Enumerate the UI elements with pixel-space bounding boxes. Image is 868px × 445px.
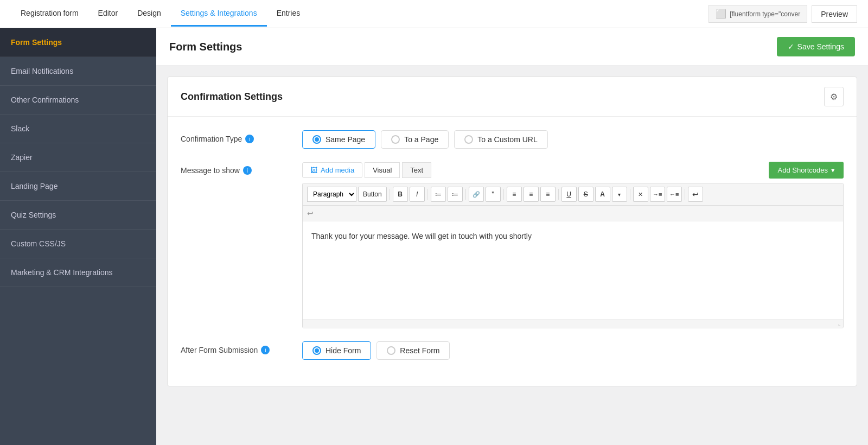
sidebar-item-email-notifications[interactable]: Email Notifications	[0, 57, 156, 86]
toolbar-sep-6	[630, 189, 630, 200]
sidebar-item-label: Form Settings	[11, 38, 62, 47]
radio-reset-form[interactable]: Reset Form	[376, 341, 450, 360]
underline-button[interactable]: U	[561, 187, 577, 202]
message-to-show-label: Message to show i	[181, 162, 289, 175]
list-unordered-button[interactable]: ≔	[431, 187, 446, 202]
shortcode-text: [fluentform type="conver	[730, 10, 800, 18]
align-right-button[interactable]: ≡	[540, 187, 556, 202]
card-title: Confirmation Settings	[181, 91, 283, 103]
gear-icon: ⚙	[830, 92, 838, 102]
link-button[interactable]: 🔗	[469, 187, 484, 202]
nav-editor[interactable]: Editor	[88, 1, 128, 27]
app-layout: Form Settings Email Notifications Other …	[0, 28, 868, 445]
sidebar: Form Settings Email Notifications Other …	[0, 28, 156, 445]
nav-settings-integrations[interactable]: Settings & Integrations	[171, 1, 267, 27]
sidebar-item-label: Other Confirmations	[11, 96, 79, 104]
sidebar-item-label: Slack	[11, 124, 29, 133]
radio-dot-to-custom-url	[464, 135, 473, 144]
toolbar-sep-3	[465, 189, 466, 200]
confirmation-type-info-icon[interactable]: i	[245, 135, 254, 143]
toolbar-sep-7	[685, 189, 685, 200]
toolbar-sep-4	[503, 189, 504, 200]
text-color-picker-button[interactable]: ▾	[612, 187, 627, 202]
radio-hide-form[interactable]: Hide Form	[302, 341, 371, 360]
top-nav-right: ⬜ [fluentform type="conver Preview	[709, 5, 857, 23]
strikethrough-button[interactable]: S	[578, 187, 593, 202]
text-color-button[interactable]: A	[595, 187, 610, 202]
add-media-button[interactable]: 🖼 Add media	[302, 162, 362, 178]
editor-toolbar: Paragraph Button B I ≔ ≔ 🔗	[303, 183, 843, 206]
sidebar-item-quiz-settings[interactable]: Quiz Settings	[0, 201, 156, 230]
radio-label-to-custom-url: To a Custom URL	[477, 135, 537, 144]
visual-tab[interactable]: Visual	[365, 162, 400, 178]
nav-entries[interactable]: Entries	[267, 1, 310, 27]
list-ordered-button[interactable]: ≔	[448, 187, 463, 202]
sidebar-item-label: Landing Page	[11, 182, 58, 190]
add-shortcodes-label: Add Shortcodes	[777, 166, 828, 174]
message-to-show-info-icon[interactable]: i	[243, 166, 252, 175]
add-media-label: Add media	[321, 166, 354, 174]
sidebar-item-marketing-crm[interactable]: Marketing & CRM Integrations	[0, 258, 156, 287]
chevron-down-icon: ▾	[831, 166, 835, 174]
radio-dot-same-page	[312, 135, 321, 144]
undo-area: ↩	[303, 206, 843, 221]
save-check-icon: ✓	[788, 42, 794, 51]
sidebar-item-label: Marketing & CRM Integrations	[11, 268, 113, 277]
sidebar-item-landing-page[interactable]: Landing Page	[0, 172, 156, 201]
save-settings-button[interactable]: ✓ Save Settings	[777, 37, 855, 56]
confirmation-type-label: Confirmation Type i	[181, 130, 289, 143]
sidebar-item-form-settings[interactable]: Form Settings	[0, 28, 156, 57]
nav-links: Registration form Editor Design Settings…	[11, 1, 709, 27]
radio-to-custom-url[interactable]: To a Custom URL	[454, 130, 547, 149]
shortcode-box: ⬜ [fluentform type="conver	[709, 5, 807, 23]
preview-button[interactable]: Preview	[812, 5, 857, 23]
indent-button[interactable]: →≡	[650, 187, 665, 202]
sidebar-item-slack[interactable]: Slack	[0, 115, 156, 143]
toolbar-sep-2	[427, 189, 428, 200]
radio-label-same-page: Same Page	[326, 135, 365, 144]
italic-button[interactable]: I	[410, 187, 425, 202]
editor-content[interactable]: Thank you for your message. We will get …	[303, 221, 843, 319]
text-tab[interactable]: Text	[402, 162, 431, 178]
add-shortcodes-button[interactable]: Add Shortcodes ▾	[769, 162, 844, 179]
sidebar-item-label: Zapier	[11, 153, 33, 162]
editor-top-bar: 🖼 Add media Visual Text Add Shortcodes ▾	[302, 162, 844, 179]
bold-button[interactable]: B	[393, 187, 408, 202]
radio-to-a-page[interactable]: To a Page	[381, 130, 449, 149]
after-form-submission-options: Hide Form Reset Form	[302, 341, 844, 360]
editor-container: 🖼 Add media Visual Text Add Shortcodes ▾	[302, 162, 844, 328]
radio-dot-reset-form	[387, 346, 395, 355]
after-form-submission-info-icon[interactable]: i	[261, 346, 270, 354]
clear-format-button[interactable]: ✕	[633, 187, 648, 202]
shortcode-icon: ⬜	[716, 9, 726, 19]
undo-secondary-button[interactable]: ↩	[307, 209, 314, 218]
align-center-button[interactable]: ≡	[524, 187, 539, 202]
gear-button[interactable]: ⚙	[824, 87, 844, 106]
button-insert-button[interactable]: Button	[358, 187, 387, 202]
nav-registration-form[interactable]: Registration form	[11, 1, 88, 27]
outdent-button[interactable]: ←≡	[667, 187, 682, 202]
radio-label-hide-form: Hide Form	[326, 346, 361, 355]
sidebar-item-other-confirmations[interactable]: Other Confirmations	[0, 86, 156, 115]
resize-handle: ⌞	[303, 319, 843, 328]
radio-label-to-a-page: To a Page	[404, 135, 438, 144]
align-left-button[interactable]: ≡	[507, 187, 522, 202]
blockquote-button[interactable]: "	[486, 187, 501, 202]
after-form-submission-label: After Form Submission i	[181, 341, 289, 354]
nav-design[interactable]: Design	[127, 1, 171, 27]
radio-same-page[interactable]: Same Page	[302, 130, 375, 149]
add-media-icon: 🖼	[310, 166, 317, 174]
toolbar-sep-5	[558, 189, 559, 200]
page-title: Form Settings	[169, 41, 242, 53]
sidebar-item-custom-css-js[interactable]: Custom CSS/JS	[0, 230, 156, 258]
sidebar-item-zapier[interactable]: Zapier	[0, 143, 156, 172]
sidebar-item-label: Email Notifications	[11, 67, 73, 75]
top-nav: Registration form Editor Design Settings…	[0, 0, 868, 28]
paragraph-dropdown[interactable]: Paragraph	[307, 187, 356, 202]
confirmation-type-row: Confirmation Type i Same Page To a Page	[181, 130, 844, 149]
radio-label-reset-form: Reset Form	[400, 346, 439, 355]
rich-text-editor: Paragraph Button B I ≔ ≔ 🔗	[302, 183, 844, 328]
undo-button[interactable]: ↩	[688, 187, 703, 202]
editor-text: Thank you for your message. We will get …	[311, 232, 532, 240]
confirmation-type-options: Same Page To a Page To a Custom URL	[302, 130, 844, 149]
